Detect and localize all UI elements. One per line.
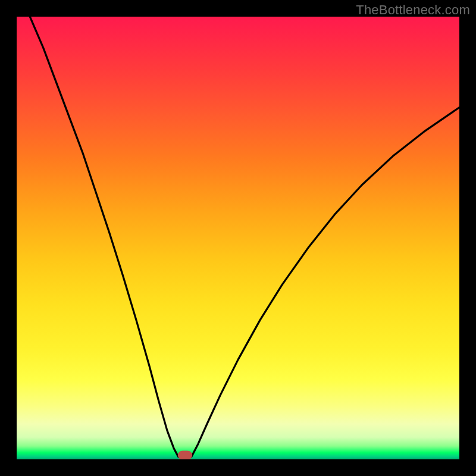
chart-frame: TheBottleneck.com xyxy=(0,0,476,476)
watermark-label: TheBottleneck.com xyxy=(356,2,470,18)
plot-area xyxy=(17,17,459,459)
bottleneck-curve xyxy=(17,17,459,459)
optimum-marker-icon xyxy=(178,450,192,459)
